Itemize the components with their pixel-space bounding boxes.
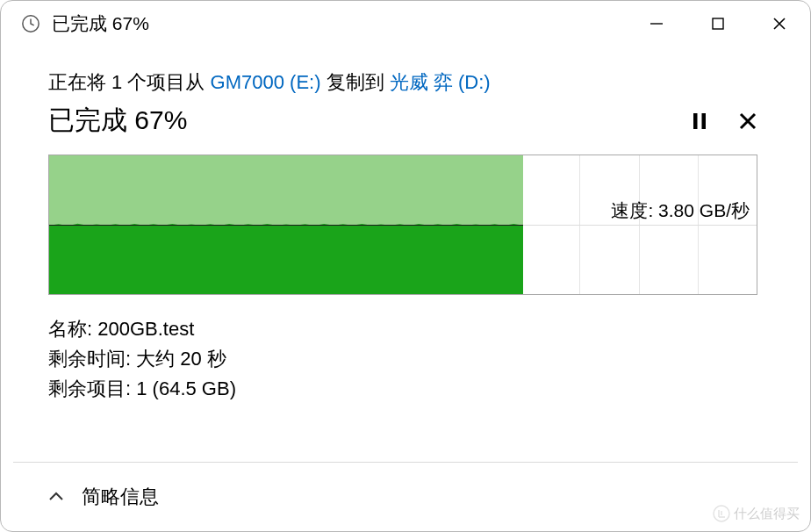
- speed-label-text: 速度:: [611, 200, 658, 220]
- chevron-up-icon: [48, 492, 64, 502]
- detail-time-remaining: 剩余时间: 大约 20 秒: [48, 344, 763, 374]
- chart-fill-lower: [49, 225, 523, 294]
- watermark: 什么值得买: [713, 505, 800, 522]
- speed-label-value: 3.80 GB/秒: [658, 200, 750, 220]
- detail-name: 名称: 200GB.test: [48, 314, 763, 344]
- items-value: 1 (64.5 GB): [136, 377, 236, 399]
- details-toggle[interactable]: 简略信息: [48, 484, 159, 510]
- window-title: 已完成 67%: [52, 11, 149, 36]
- speed-label: 速度: 3.80 GB/秒: [611, 198, 750, 223]
- svg-rect-3: [693, 113, 698, 129]
- copy-description: 正在将 1 个项目从 GM7000 (E:) 复制到 光威 弈 (D:): [48, 69, 763, 96]
- name-label: 名称:: [48, 318, 97, 340]
- source-link[interactable]: GM7000 (E:): [211, 71, 321, 93]
- close-button[interactable]: [749, 1, 810, 47]
- items-label: 剩余项目:: [48, 377, 136, 399]
- time-value: 大约 20 秒: [136, 348, 226, 370]
- chart-fill-upper: [49, 155, 523, 225]
- titlebar: 已完成 67%: [1, 1, 810, 47]
- maximize-button[interactable]: [687, 1, 749, 47]
- name-value: 200GB.test: [97, 318, 194, 340]
- minimize-button[interactable]: [626, 1, 687, 47]
- watermark-icon: [713, 505, 730, 522]
- destination-link[interactable]: 光威 弈 (D:): [390, 71, 491, 93]
- watermark-text: 什么值得买: [734, 506, 800, 522]
- chart-midline-light: [523, 225, 757, 226]
- progress-heading: 已完成 67%: [48, 103, 187, 139]
- cancel-button[interactable]: [738, 111, 757, 131]
- desc-mid: 复制到: [321, 71, 390, 93]
- details-toggle-label: 简略信息: [82, 484, 159, 510]
- speed-chart: 速度: 3.80 GB/秒: [48, 155, 757, 295]
- status-row: 已完成 67%: [48, 103, 763, 139]
- chart-midline-dark: [49, 225, 523, 226]
- svg-rect-2: [713, 18, 723, 29]
- window-controls: [626, 1, 810, 47]
- transfer-controls: [691, 111, 763, 131]
- footer-divider: [13, 462, 798, 463]
- dialog-body: 正在将 1 个项目从 GM7000 (E:) 复制到 光威 弈 (D:) 已完成…: [1, 47, 810, 404]
- detail-items-remaining: 剩余项目: 1 (64.5 GB): [48, 374, 763, 404]
- time-label: 剩余时间:: [48, 348, 136, 370]
- desc-prefix: 正在将 1 个项目从: [48, 71, 211, 93]
- svg-rect-4: [702, 113, 707, 129]
- transfer-details: 名称: 200GB.test 剩余时间: 大约 20 秒 剩余项目: 1 (64…: [48, 314, 763, 404]
- clock-icon: [20, 13, 41, 34]
- copy-dialog-window: 已完成 67% 正在将 1 个项目从 GM7000 (E:) 复制到 光威 弈 …: [0, 0, 811, 532]
- pause-button[interactable]: [691, 111, 708, 131]
